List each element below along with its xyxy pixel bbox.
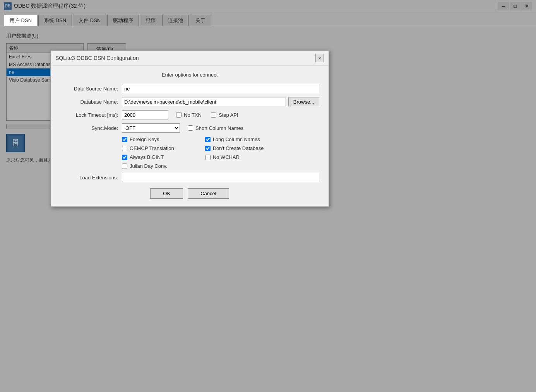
cancel-button[interactable]: Cancel [188, 188, 229, 199]
load-extensions-input[interactable] [122, 173, 319, 182]
modal-overlay: SQLite3 ODBC DSN Configuration × Enter o… [0, 0, 536, 392]
no-wchar-label: No WCHAR [213, 154, 240, 160]
sqlite-config-dialog: SQLite3 ODBC DSN Configuration × Enter o… [50, 50, 329, 207]
sync-mode-label: Sync.Mode: [60, 125, 122, 131]
database-name-input[interactable] [122, 97, 286, 106]
long-column-names-item[interactable]: Long Column Names [205, 136, 264, 142]
long-column-names-checkbox[interactable] [205, 137, 211, 142]
database-name-row: Database Name: Browse... [60, 97, 319, 106]
tab-user-dsn[interactable]: 用户 DSN [4, 15, 38, 26]
dont-create-database-checkbox[interactable] [205, 146, 211, 151]
data-source-name-label: Data Source Name: [60, 86, 122, 92]
database-name-group: Browse... [122, 97, 319, 106]
load-extensions-row: Load Extensions: [60, 173, 319, 182]
right-checkbox-col: Long Column Names Don't Create Database … [205, 136, 264, 169]
ok-button[interactable]: OK [150, 188, 183, 199]
no-txn-label: No TXN [184, 112, 202, 118]
julian-day-conv-checkbox[interactable] [122, 164, 127, 169]
long-column-names-label: Long Column Names [213, 136, 260, 142]
julian-day-conv-label: Julian Day Conv. [130, 163, 167, 169]
no-wchar-checkbox[interactable] [205, 155, 211, 160]
oemcp-translation-label: OEMCP Translation [130, 145, 174, 151]
column-name-checks: Short Column Names [188, 125, 243, 131]
oemcp-translation-checkbox[interactable] [122, 146, 127, 151]
short-column-names-item[interactable]: Short Column Names [188, 125, 243, 131]
database-name-label: Database Name: [60, 99, 122, 105]
no-txn-checkbox[interactable] [176, 112, 182, 118]
no-wchar-item[interactable]: No WCHAR [205, 154, 264, 160]
step-api-checkbox[interactable] [211, 112, 216, 118]
sync-mode-select[interactable]: OFF NORMAL FULL [122, 123, 180, 133]
always-bigint-item[interactable]: Always BIGINT [122, 154, 174, 160]
left-checkbox-col: Foreign Keys OEMCP Translation Always BI… [122, 136, 174, 169]
lock-timeout-row: Lock Timeout [ms]: No TXN Step API [60, 110, 319, 119]
sync-mode-row: Sync.Mode: OFF NORMAL FULL Short Column … [60, 123, 319, 133]
step-api-checkbox-item[interactable]: Step API [211, 112, 238, 118]
always-bigint-checkbox[interactable] [122, 155, 127, 160]
dialog-footer: OK Cancel [60, 188, 319, 199]
always-bigint-label: Always BIGINT [130, 154, 164, 160]
right-checks-timeout: No TXN Step API [176, 112, 238, 118]
foreign-keys-label: Foreign Keys [130, 136, 159, 142]
dont-create-database-item[interactable]: Don't Create Database [205, 145, 264, 151]
dialog-body: Enter options for connect Data Source Na… [51, 66, 329, 206]
lock-timeout-input[interactable] [122, 110, 168, 119]
no-txn-checkbox-item[interactable]: No TXN [176, 112, 202, 118]
dialog-title: SQLite3 ODBC DSN Configuration [55, 55, 139, 61]
foreign-keys-checkbox[interactable] [122, 137, 127, 142]
checkboxes-grid: Foreign Keys OEMCP Translation Always BI… [122, 136, 319, 169]
foreign-keys-item[interactable]: Foreign Keys [122, 136, 174, 142]
dialog-subtitle: Enter options for connect [60, 72, 319, 78]
dont-create-database-label: Don't Create Database [213, 145, 264, 151]
data-source-name-input[interactable] [122, 84, 319, 93]
dialog-titlebar: SQLite3 ODBC DSN Configuration × [51, 51, 329, 66]
browse-button[interactable]: Browse... [288, 97, 319, 106]
short-column-names-checkbox[interactable] [188, 125, 193, 131]
julian-day-conv-item[interactable]: Julian Day Conv. [122, 163, 174, 169]
lock-timeout-label: Lock Timeout [ms]: [60, 112, 122, 118]
step-api-label: Step API [219, 112, 238, 118]
data-source-name-row: Data Source Name: [60, 84, 319, 93]
oemcp-translation-item[interactable]: OEMCP Translation [122, 145, 174, 151]
dialog-close-button[interactable]: × [315, 54, 324, 62]
short-column-names-label: Short Column Names [195, 125, 243, 131]
load-extensions-label: Load Extensions: [60, 175, 122, 181]
